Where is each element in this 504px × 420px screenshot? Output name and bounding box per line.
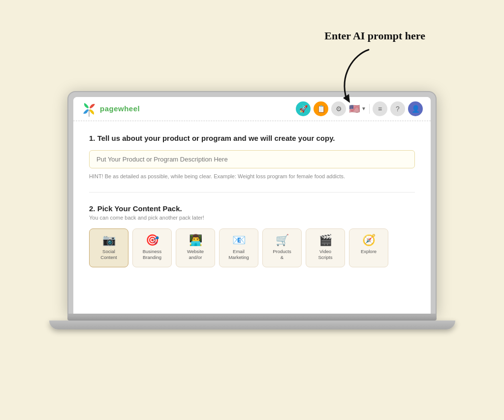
logo-icon [81,101,97,117]
email-icon: 📧 [232,235,246,246]
content-packs-row: 📷 SocialContent 🎯 BusinessBranding 👨‍💻 W… [89,228,415,267]
laptop-wrapper: pagewheel 🚀 📋 ⚙ 🇺🇸 ▼ ≡ ? 👤 [67,91,437,329]
hint-text: HINT! Be as detailed as possible, while … [89,172,415,181]
main-content: 1. Tell us about your product or program… [73,121,431,279]
nav-flag-button[interactable]: 🇺🇸 ▼ [349,103,366,114]
flag-chevron-icon: ▼ [361,106,366,111]
nav-menu-button[interactable]: ≡ [373,101,387,116]
website-label: Websiteand/or [187,249,204,261]
pack-card-website[interactable]: 👨‍💻 Websiteand/or [176,228,215,267]
section-1-title: 1. Tell us about your product or program… [89,133,415,143]
laptop-base [49,321,455,329]
logo-text: pagewheel [100,104,140,113]
explore-icon: 🧭 [362,235,376,246]
email-label: EmailMarketing [228,249,249,261]
screen-inner: pagewheel 🚀 📋 ⚙ 🇺🇸 ▼ ≡ ? 👤 [73,97,431,314]
explore-label: Explore [361,249,377,255]
pack-card-products[interactable]: 🛒 Products& [262,228,302,267]
social-content-label: SocialContent [100,249,117,261]
nav-help-button[interactable]: ? [390,101,405,116]
website-icon: 👨‍💻 [189,235,202,246]
navbar: pagewheel 🚀 📋 ⚙ 🇺🇸 ▼ ≡ ? 👤 [73,97,431,121]
section-divider [89,192,415,193]
social-content-icon: 📷 [102,235,116,246]
products-icon: 🛒 [276,235,289,246]
nav-icons: 🚀 📋 ⚙ 🇺🇸 ▼ ≡ ? 👤 [296,101,423,116]
logo-area: pagewheel [81,101,292,117]
nav-settings-button[interactable]: ⚙ [331,101,346,116]
nav-rocket-button[interactable]: 🚀 [296,101,311,116]
pack-card-business[interactable]: 🎯 BusinessBranding [132,228,172,267]
nav-clipboard-button[interactable]: 📋 [314,101,328,116]
nav-profile-button[interactable]: 👤 [408,101,423,116]
video-icon: 🎬 [319,235,332,246]
business-branding-label: BusinessBranding [143,249,162,261]
section-2-title: 2. Pick Your Content Pack. [89,204,415,213]
pack-card-social[interactable]: 📷 SocialContent [89,228,128,267]
section-2: 2. Pick Your Content Pack. You can come … [89,204,415,267]
laptop-screen: pagewheel 🚀 📋 ⚙ 🇺🇸 ▼ ≡ ? 👤 [67,91,437,315]
flag-icon: 🇺🇸 [349,103,360,114]
video-label: VideoScripts [318,249,332,261]
business-branding-icon: 🎯 [146,235,159,246]
annotation-text: Enter AI prompt here [324,30,425,42]
section-1: 1. Tell us about your product or program… [89,133,415,181]
laptop-hinge [67,315,437,321]
pack-card-video[interactable]: 🎬 VideoScripts [306,228,345,267]
prompt-input[interactable] [89,150,415,168]
pack-card-explore[interactable]: 🧭 Explore [349,228,388,267]
section-2-subtitle: You can come back and pick another pack … [89,215,415,221]
products-label: Products& [273,249,291,261]
nav-separator [369,104,370,114]
pack-card-email[interactable]: 📧 EmailMarketing [219,228,258,267]
